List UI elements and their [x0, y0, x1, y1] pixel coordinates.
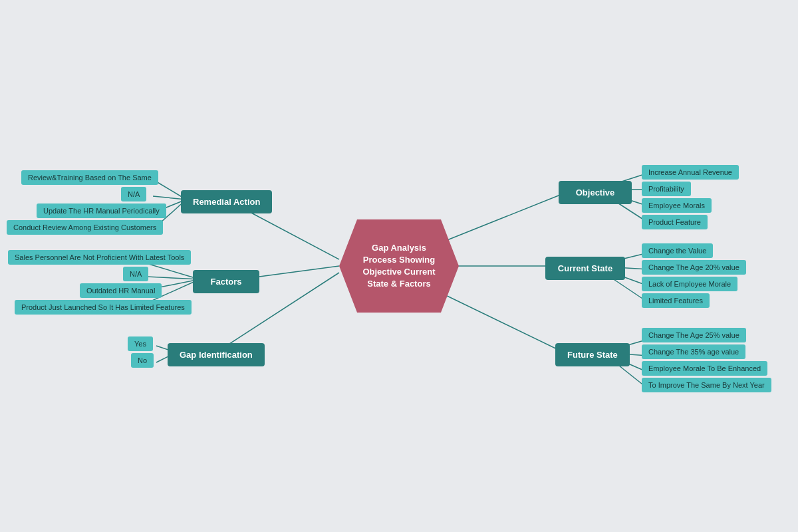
gap-identification-branch: Gap Identification: [168, 343, 265, 366]
leaf-employee-morals: Employee Morals: [642, 198, 712, 213]
leaf-no: No: [131, 353, 154, 368]
leaf-lack-employee-morale: Lack of Employee Morale: [642, 277, 737, 291]
leaf-increase-annual-revenue: Increase Annual Revenue: [642, 165, 739, 180]
leaf-limited-features: Limited Features: [642, 293, 710, 308]
leaf-update-hr-manual: Update The HR Manual Periodically: [37, 203, 166, 218]
leaf-product-feature: Product Feature: [642, 215, 708, 229]
leaf-conduct-review: Conduct Review Among Existing Customers: [7, 220, 163, 235]
leaf-na-2: N/A: [123, 267, 148, 281]
leaf-change-age-25: Change The Age 25% value: [642, 328, 746, 342]
objective-branch: Objective: [559, 181, 632, 204]
leaf-outdated-hr: Outdated HR Manual: [80, 283, 162, 298]
leaf-na-1: N/A: [121, 187, 146, 201]
leaf-change-35-age: Change The 35% age value: [642, 344, 745, 359]
leaf-review-training: Review&Training Based on The Same: [21, 170, 158, 185]
future-state-branch: Future State: [555, 343, 630, 366]
leaf-yes: Yes: [128, 336, 153, 351]
leaf-change-the-value: Change the Value: [642, 243, 713, 258]
leaf-profitability: Profitability: [642, 182, 691, 196]
leaf-product-launched: Product Just Launched So It Has Limited …: [15, 300, 192, 315]
leaf-change-age-20: Change The Age 20% value: [642, 260, 746, 275]
current-state-branch: Current State: [545, 257, 625, 280]
factors-branch: Factors: [193, 270, 259, 293]
center-node: Gap Analysis Process Showing Objective C…: [339, 219, 459, 313]
leaf-sales-personnel: Sales Personnel Are Not Proficient With …: [8, 250, 191, 265]
remedial-action-branch: Remedial Action: [181, 190, 272, 213]
leaf-employee-morale-enhanced: Employee Morale To Be Enhanced: [642, 361, 767, 376]
leaf-improve-next-year: To Improve The Same By Next Year: [642, 378, 771, 392]
